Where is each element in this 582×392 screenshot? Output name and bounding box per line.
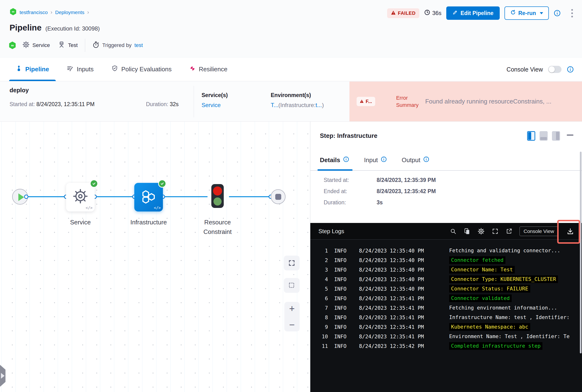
stage-name: deploy	[10, 87, 29, 94]
step-detail-fields: Started at:8/24/2023, 12:35:39 PM Ended …	[324, 177, 436, 210]
environments-block: Environment(s) T...(Infrastructure:t...)	[271, 92, 324, 108]
environment-link[interactable]: T...(Infrastructure:t...)	[271, 102, 324, 108]
tab-policy-evaluations[interactable]: Policy Evaluations	[111, 58, 172, 81]
rerun-button[interactable]: Re-run	[504, 6, 549, 20]
service-step-node[interactable]: </>	[66, 183, 95, 212]
log-level: INFO	[334, 267, 350, 273]
view-tabs: Pipeline Inputs Policy Evaluations Resil…	[0, 57, 582, 81]
info-icon[interactable]	[381, 156, 387, 164]
pipeline-end-node[interactable]	[271, 189, 286, 204]
code-icon: </>	[154, 206, 161, 210]
environments-label: Environment(s)	[271, 92, 324, 98]
tab-output[interactable]: Output	[402, 150, 429, 170]
inputs-icon	[67, 65, 74, 74]
log-timestamp: 8/24/2023 12:35:41 PM	[359, 334, 430, 340]
layout-bottom-panel-button[interactable]	[539, 131, 548, 141]
expand-left-panel-chevron[interactable]	[0, 365, 6, 387]
download-logs-icon[interactable]	[567, 228, 574, 235]
chevron-right-icon: ›	[51, 9, 52, 16]
environment-meta[interactable]: Test	[58, 41, 78, 50]
log-line-number: 1	[317, 248, 328, 254]
tab-pipeline[interactable]: Pipeline	[16, 58, 49, 81]
breadcrumb-deployments-link[interactable]: Deployments	[55, 10, 85, 15]
status-text: FAILED	[398, 10, 415, 16]
fullscreen-icon[interactable]	[492, 228, 498, 235]
tab-input[interactable]: Input	[364, 150, 387, 170]
panel-scrollbar[interactable]	[580, 152, 581, 353]
layout-right-panel-active-button[interactable]	[527, 131, 535, 141]
field-ended-at: Ended at:8/24/2023, 12:35:42 PM	[324, 188, 436, 194]
log-level: INFO	[334, 324, 350, 330]
infrastructure-step-node[interactable]: </>	[134, 183, 163, 212]
panel-layout-switcher	[527, 131, 560, 141]
copy-icon[interactable]	[464, 228, 470, 235]
log-lines-container[interactable]: 1 INFO 8/24/2023 12:35:40 PM Fetching an…	[310, 240, 582, 351]
marquee-select-button[interactable]	[284, 278, 300, 293]
service-link[interactable]: Service	[202, 102, 228, 108]
chevron-right-icon: ›	[87, 9, 89, 16]
log-message: Connector Status: FAILURE	[449, 285, 530, 292]
log-message: Connector validated	[449, 294, 512, 302]
error-status-badge: F...	[357, 97, 375, 106]
total-duration: 36s	[424, 9, 441, 17]
log-line: 6 INFO 8/24/2023 12:35:41 PM Connector v…	[317, 294, 582, 303]
layout-side-panel-button[interactable]	[552, 131, 560, 141]
code-icon: </>	[86, 206, 93, 210]
log-timestamp: 8/24/2023 12:35:41 PM	[359, 324, 430, 330]
info-icon[interactable]	[423, 156, 429, 164]
log-timestamp: 8/24/2023 12:35:40 PM	[359, 286, 430, 292]
title-row: Pipeline (Execution Id: 30098)	[10, 23, 100, 32]
resource-constraint-step-node[interactable]	[211, 184, 224, 208]
service-meta[interactable]: Service	[23, 41, 50, 50]
info-icon[interactable]	[554, 10, 561, 17]
log-timestamp: 8/24/2023 12:35:40 PM	[359, 248, 430, 254]
resilience-icon	[189, 65, 196, 73]
log-settings-gear-icon[interactable]	[477, 228, 485, 235]
pipeline-icon	[16, 65, 22, 73]
node-label-infrastructure: Infrastructure	[126, 218, 171, 227]
hexagons-icon	[141, 188, 157, 206]
console-view-control: Console View	[507, 58, 574, 81]
header-actions: FAILED 36s Edit Pipeline Re-run	[387, 6, 575, 20]
trigger-user-link[interactable]: test	[134, 42, 143, 48]
harness-logo-icon: ∞	[10, 8, 17, 16]
environment-name: Test	[68, 42, 78, 48]
zoom-in-button[interactable]: +	[289, 304, 295, 313]
zoom-out-button[interactable]: −	[289, 320, 295, 330]
services-label: Service(s)	[202, 92, 228, 98]
pencil-icon	[452, 10, 458, 16]
console-view-button[interactable]: Console View	[519, 226, 558, 236]
tab-details[interactable]: Details	[320, 150, 349, 170]
traffic-light-red	[213, 186, 222, 196]
log-message: Fetching environment information...	[449, 304, 559, 312]
fit-to-screen-button[interactable]	[284, 256, 300, 270]
pipeline-graph-canvas[interactable]: </> </> Servic	[0, 122, 310, 392]
log-level: INFO	[334, 276, 350, 282]
tab-inputs[interactable]: Inputs	[67, 58, 94, 81]
log-message: Completed infrastructure step	[449, 342, 542, 350]
console-view-toggle[interactable]	[548, 66, 561, 73]
environment-rack-icon	[58, 41, 65, 50]
clock-icon	[424, 9, 430, 17]
stage-started-at: Started at: 8/24/2023, 12:35:11 PM	[10, 101, 95, 108]
tab-resilience[interactable]: Resilience	[189, 58, 228, 81]
info-icon[interactable]	[343, 156, 349, 164]
success-check-icon	[158, 180, 166, 188]
error-summary-text: Found already running resourceConstrains…	[425, 98, 551, 105]
edit-pipeline-button[interactable]: Edit Pipeline	[446, 6, 500, 20]
log-line: 8 INFO 8/24/2023 12:35:41 PM Infrastruct…	[317, 312, 582, 322]
minimize-panel-button[interactable]	[567, 134, 573, 136]
harness-logo-icon: ∞	[9, 42, 16, 49]
breadcrumb: ∞ testfrancisco › Deployments ›	[10, 8, 89, 16]
more-options-icon[interactable]	[569, 8, 575, 19]
divider	[194, 86, 194, 117]
field-duration: Duration:3s	[324, 199, 436, 206]
svg-text:∞: ∞	[11, 43, 14, 48]
info-icon[interactable]	[567, 66, 574, 73]
search-icon[interactable]	[450, 228, 456, 235]
gear-icon	[73, 188, 88, 205]
chevron-down-icon	[540, 12, 543, 14]
open-in-new-window-icon[interactable]	[506, 228, 512, 235]
breadcrumb-project-link[interactable]: testfrancisco	[20, 10, 48, 15]
error-summary-strip: F... Error Summary Found already running…	[349, 82, 582, 121]
